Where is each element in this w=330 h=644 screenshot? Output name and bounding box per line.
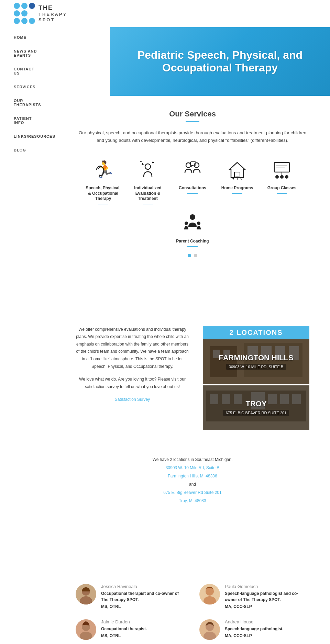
address1-line2-link[interactable]: Farmington Hills, MI 48336 [168, 474, 217, 478]
therapy-icon-wrap: 🏃 [91, 158, 115, 182]
spacer-2 [55, 515, 330, 543]
therapist-info-jessica: Jessica Ravineala Occupational therapist… [101, 584, 186, 609]
svg-point-17 [285, 175, 288, 179]
info-section: We offer comprehensive evaluations and i… [55, 305, 330, 445]
nav-news[interactable]: NEWS AND EVENTS [0, 44, 55, 62]
troy-overlay: TROY 675 E. BIG BEAVER RD SUITE 201 [203, 385, 309, 430]
andrea-avatar-icon [199, 619, 220, 640]
service-label-consult: Consultations [179, 185, 206, 191]
services-section: Our Services Our physical, speech, and o… [55, 96, 330, 278]
service-underline-home [232, 193, 242, 194]
svg-point-47 [80, 632, 92, 640]
parent-icon-wrap [180, 211, 205, 235]
group-icon [272, 160, 292, 180]
logo-dots [14, 3, 35, 24]
therapist-name-jessica: Jessica Ravineala [101, 584, 186, 589]
services-underline [186, 121, 199, 122]
service-item-parent[interactable]: Parent Coaching [174, 211, 211, 247]
logo-text: THETHERAPYSPOT [38, 4, 67, 23]
service-underline-consult [187, 193, 198, 194]
therapist-card-paula: Paula Gomoluch Speech-language pathologi… [199, 584, 309, 609]
svg-point-20 [190, 214, 195, 220]
service-item-home[interactable]: Home Programs [218, 158, 256, 204]
dot-6 [29, 10, 35, 16]
therapist-creds-jaimie: MS, OTRL [101, 633, 186, 638]
nav-home[interactable]: HOME [0, 31, 55, 44]
therapist-desc-jessica: Occupational therapist and co-owner of T… [101, 590, 186, 603]
therapist-avatar-jessica [76, 584, 96, 605]
service-label-group: Group Classes [267, 185, 297, 191]
nav-contact[interactable]: CONTACT US [0, 62, 55, 80]
therapist-avatar-paula [199, 584, 220, 605]
pagination-dots [76, 254, 309, 257]
service-underline-therapy [98, 204, 108, 204]
nav-patient-info[interactable]: PATIENT INFO [0, 112, 55, 129]
nav-services[interactable]: SERVICES [0, 80, 55, 94]
farmington-overlay: FARMINGTON HILLS 30903 W. 10 MILE RD, SU… [203, 339, 309, 384]
address2-line2-link[interactable]: Troy, MI 48083 [179, 498, 206, 503]
therapist-creds-paula: MA, CCC-SLP [225, 604, 309, 609]
therapist-creds-andrea: MA, CCC-SLP [225, 633, 309, 638]
hero-section: Pediatric Speech, Physical, and Occupati… [110, 27, 330, 96]
svg-point-8 [186, 163, 191, 168]
svg-point-22 [197, 222, 200, 225]
info-paragraph-2: We love what we do. Are you loving it to… [76, 376, 189, 391]
jessica-avatar-icon [76, 584, 96, 605]
therapist-name-andrea: Andrea House [225, 619, 309, 624]
therapist-card-andrea: Andrea House Speech-language pathologist… [199, 619, 309, 640]
svg-point-1 [145, 164, 151, 169]
therapy-icon: 🏃 [93, 160, 113, 180]
nav-links[interactable]: LINKS/RESOURCES [0, 129, 55, 143]
page-layout: HOME NEWS AND EVENTS CONTACT US SERVICES… [0, 27, 330, 644]
pagination-dot-2[interactable] [194, 254, 197, 257]
dot-2 [21, 3, 28, 9]
therapist-avatar-jaimie [76, 619, 96, 640]
service-item-therapy[interactable]: 🏃 Speech, Physical, & Occupational Thera… [84, 158, 122, 204]
dot-3 [29, 3, 35, 9]
locations-header: 2 LOCATIONS [203, 326, 309, 339]
satisfaction-survey-link[interactable]: Satisfaction Survey [115, 397, 150, 402]
therapist-name-paula: Paula Gomoluch [225, 584, 309, 589]
services-heading: Our Services [76, 110, 309, 118]
service-label-eval: Individualized Evaluation & Treatment [129, 185, 167, 202]
service-item-eval[interactable]: Individualized Evaluation & Treatment [129, 158, 167, 204]
address1-line1-link[interactable]: 30903 W. 10 Mile Rd, Suite B [166, 465, 220, 470]
service-underline-parent [187, 246, 198, 247]
therapist-card-jessica: Jessica Ravineala Occupational therapist… [76, 584, 186, 609]
nav-blog[interactable]: BLOG [0, 143, 55, 157]
pagination-dot-1[interactable] [188, 254, 191, 257]
eval-icon [138, 160, 158, 180]
hero-title: Pediatric Speech, Physical, and Occupati… [110, 35, 330, 88]
therapists-section: Jessica Ravineala Occupational therapist… [55, 570, 330, 644]
dot-7 [14, 18, 20, 24]
address-section: We have 2 locations in Southeast Michiga… [55, 445, 330, 515]
dot-4 [14, 10, 20, 16]
service-label-therapy: Speech, Physical, & Occupational Therapy [84, 185, 122, 202]
home-icon [227, 160, 248, 180]
services-description: Our physical, speech, and occupational t… [76, 129, 309, 144]
dot-1 [14, 3, 20, 9]
service-item-group[interactable]: Group Classes [263, 158, 301, 204]
svg-rect-13 [274, 162, 289, 172]
eval-icon-wrap [136, 158, 160, 182]
nav-therapists[interactable]: OUR THERAPISTS [0, 94, 55, 112]
jaimie-avatar-icon [76, 619, 96, 640]
spacer-1 [55, 278, 330, 305]
svg-point-49 [204, 632, 216, 640]
therapist-name-jaimie: Jaimie Durden [101, 619, 186, 624]
therapist-info-jaimie: Jaimie Durden Occupational therapist. MS… [101, 619, 186, 638]
address2-line1-link[interactable]: 675 E. Big Beaver Rd Suite 201 [163, 490, 221, 495]
spacer-3 [55, 543, 330, 570]
dot-8 [21, 18, 28, 24]
service-label-home: Home Programs [221, 185, 253, 191]
dot-5 [21, 10, 28, 16]
service-item-consult[interactable]: Consultations [174, 158, 211, 204]
consult-icon [182, 160, 203, 180]
therapist-desc-paula: Speech-language pathologist and co-owner… [225, 590, 309, 603]
troy-title: TROY [245, 399, 266, 408]
service-underline-eval [143, 204, 153, 204]
group-icon-wrap [270, 158, 294, 182]
address-intro: We have 2 locations in Southeast Michiga… [76, 455, 309, 464]
service-label-parent: Parent Coaching [176, 239, 209, 244]
location-card-troy: TROY 675 E. BIG BEAVER RD SUITE 201 [203, 385, 309, 430]
